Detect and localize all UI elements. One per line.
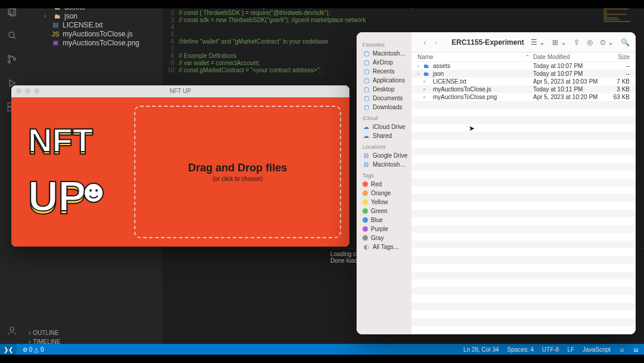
mouse-cursor-icon: ➤	[469, 124, 475, 133]
eol-status[interactable]: LF	[567, 346, 574, 353]
finder-main: ‹ › ERC1155-Experiment ☰ ⌄ ⊞ ⌄ ⇪ ◎ ⊙ ⌄ 🔍…	[411, 32, 636, 334]
finder-sidebar: Favorites ▢Macintosh…▢AirDrop▢Recents▢Ap…	[357, 32, 411, 334]
group-icon[interactable]: ⊞ ⌄	[552, 38, 566, 47]
tree-label: json	[64, 12, 78, 20]
sidebar-all-tags[interactable]: ◐All Tags…	[363, 242, 409, 251]
file-row[interactable]: ▫myAuctionsToClose.pngApr 5, 2023 at 10:…	[411, 93, 636, 101]
scm-icon[interactable]	[5, 53, 18, 66]
file-row[interactable]: ›🖿assetsToday at 10:07 PM--	[411, 62, 636, 70]
js-icon: JS	[51, 30, 60, 38]
window-title: NFT UP	[170, 88, 191, 94]
finder-window: Favorites ▢Macintosh…▢AirDrop▢Recents▢Ap…	[357, 32, 636, 334]
svg-text:NFT: NFT	[28, 121, 93, 159]
file-row[interactable]: ▫LICENSE.txtApr 5, 2023 at 10:03 PM7 KB	[411, 78, 636, 85]
drop-subtitle: (or click to choose)	[213, 176, 263, 182]
remote-indicator[interactable]: ❯❮	[0, 344, 17, 355]
chevron-right-icon: ›	[44, 13, 50, 19]
sidebar-item[interactable]: ▢Desktop	[363, 85, 409, 94]
tree-label: myAuctionsToClose.png	[63, 39, 140, 47]
window-titlebar[interactable]: NFT UP	[11, 85, 349, 97]
sidebar-section: Locations	[363, 144, 409, 150]
svg-point-5	[8, 61, 11, 63]
svg-point-2	[9, 32, 14, 38]
tree-file[interactable]: ▤LICENSE.txt	[24, 20, 162, 29]
sidebar-section: Tags	[363, 173, 409, 179]
svg-point-6	[14, 58, 16, 60]
file-row[interactable]: ▫myAuctionsToClose.jsToday at 10:11 PM3 …	[411, 85, 636, 93]
nft-up-logo: NFT NFT UP UP	[11, 97, 131, 247]
view-list-icon[interactable]: ☰ ⌄	[531, 38, 545, 47]
sidebar-tag[interactable]: Red	[363, 180, 409, 189]
feedback-icon[interactable]: ☺	[619, 346, 625, 353]
col-size[interactable]: Size	[605, 54, 630, 60]
tree-label: myAuctionsToClose.js	[63, 30, 132, 38]
sidebar-tag[interactable]: Yellow	[363, 198, 409, 207]
sidebar-tag[interactable]: Gray	[363, 233, 409, 242]
nft-body: NFT NFT UP UP Drag and Drop files (or cl…	[11, 97, 349, 247]
sidebar-item[interactable]: ▢Documents	[363, 94, 409, 103]
forward-button[interactable]: ›	[435, 38, 438, 47]
sidebar-item[interactable]: ▢Macintosh…	[363, 49, 409, 58]
sort-chevron-icon: ⌃	[525, 54, 530, 60]
image-icon: ▣	[51, 39, 60, 47]
sidebar-item[interactable]: ▢AirDrop	[363, 58, 409, 67]
search-icon[interactable]	[5, 29, 18, 42]
file-icon: ▤	[51, 21, 60, 29]
sidebar-item[interactable]: ▢Applications	[363, 76, 409, 85]
drop-zone[interactable]: Drag and Drop files (or click to choose)	[134, 106, 341, 238]
svg-point-19	[95, 189, 98, 192]
cursor-position[interactable]: Ln 28, Col 34	[463, 346, 499, 353]
problems-status[interactable]: ⊘ 0 △ 0	[23, 346, 44, 353]
search-icon[interactable]: 🔍	[621, 38, 630, 47]
svg-point-4	[8, 56, 11, 58]
share-icon[interactable]: ⇪	[574, 38, 580, 47]
tree-label: LICENSE.txt	[63, 21, 103, 29]
svg-text:UP: UP	[28, 173, 86, 220]
svg-point-11	[10, 327, 14, 331]
sidebar-tag[interactable]: Green	[363, 207, 409, 216]
sidebar-section: iCloud	[363, 115, 409, 121]
letterbox-top	[0, 0, 644, 8]
col-name[interactable]: Name	[417, 54, 525, 60]
bell-icon[interactable]: 🛎	[633, 346, 639, 353]
svg-point-18	[89, 189, 92, 192]
status-bar: ❯❮ ⊘ 0 △ 0 Ln 28, Col 34 Spaces: 4 UTF-8…	[0, 344, 644, 355]
sidebar-item[interactable]: ☁iCloud Drive	[363, 122, 409, 131]
tree-folder[interactable]: ›🖿json	[24, 11, 162, 20]
column-headers[interactable]: Name ⌃ Date Modified Size	[411, 53, 636, 62]
file-row[interactable]: ›🖿jsonToday at 10:07 PM--	[411, 70, 636, 78]
language-mode[interactable]: JavaScript	[583, 346, 611, 353]
sidebar-item[interactable]: ⊟Macintosh…	[363, 160, 409, 169]
sidebar-section: Favorites	[363, 42, 409, 48]
encoding-status[interactable]: UTF-8	[542, 346, 559, 353]
finder-toolbar: ‹ › ERC1155-Experiment ☰ ⌄ ⊞ ⌄ ⇪ ◎ ⊙ ⌄ 🔍	[411, 32, 636, 53]
tree-file[interactable]: JSmyAuctionsToClose.js	[24, 29, 162, 38]
indent-status[interactable]: Spaces: 4	[507, 346, 534, 353]
back-button[interactable]: ‹	[423, 38, 426, 47]
folder-icon: 🖿	[53, 12, 61, 20]
sidebar-item[interactable]: ▢Downloads	[363, 103, 409, 112]
nft-up-window: NFT UP NFT NFT UP UP Drag and Drop files…	[11, 85, 349, 247]
svg-point-17	[84, 183, 103, 202]
tree-file[interactable]: ▣myAuctionsToClose.png	[24, 38, 162, 47]
chevron-right-icon: ›	[29, 330, 30, 336]
sidebar-tag[interactable]: Orange	[363, 189, 409, 198]
letterbox-bottom	[0, 355, 644, 363]
sidebar-tag[interactable]: Purple	[363, 224, 409, 233]
col-date[interactable]: Date Modified	[533, 54, 605, 60]
svg-line-3	[14, 37, 16, 39]
account-icon[interactable]	[5, 324, 18, 337]
tag-icon[interactable]: ◎	[587, 38, 593, 47]
outline-header[interactable]: ›OUTLINE	[24, 328, 162, 337]
action-icon[interactable]: ⊙ ⌄	[600, 38, 614, 47]
file-list[interactable]: ›🖿assetsToday at 10:07 PM--›🖿jsonToday a…	[411, 62, 636, 334]
sidebar-item[interactable]: ☁Shared	[363, 131, 409, 140]
folder-title: ERC1155-Experiment	[451, 38, 524, 47]
sidebar-tag[interactable]: Blue	[363, 216, 409, 224]
window-controls[interactable]	[16, 88, 39, 94]
sidebar-item[interactable]: ⊟Google Drive	[363, 151, 409, 160]
drop-title: Drag and Drop files	[188, 162, 287, 174]
sidebar-item[interactable]: ▢Recents	[363, 67, 409, 76]
